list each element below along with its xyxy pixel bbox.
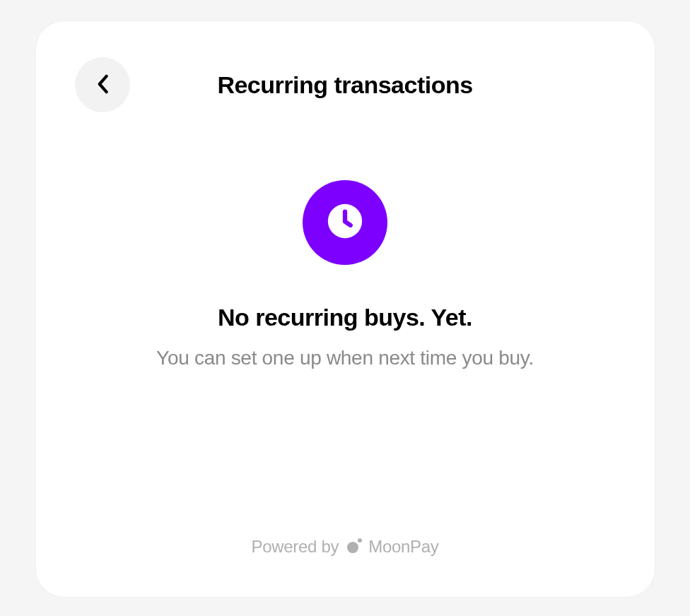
- recurring-transactions-card: Recurring transactions No recurring buys…: [36, 21, 655, 597]
- empty-state: No recurring buys. Yet. You can set one …: [75, 113, 616, 536]
- clock-icon: [324, 201, 366, 244]
- page-title: Recurring transactions: [217, 71, 472, 99]
- svg-point-2: [347, 542, 358, 553]
- header: Recurring transactions: [75, 57, 616, 113]
- powered-by-label: Powered by: [251, 537, 339, 557]
- clock-icon-badge: [303, 180, 387, 265]
- empty-state-title: No recurring buys. Yet.: [218, 304, 472, 331]
- back-button[interactable]: [75, 57, 130, 112]
- empty-state-subtitle: You can set one up when next time you bu…: [156, 347, 534, 369]
- footer: Powered by MoonPay: [75, 536, 616, 562]
- moonpay-logo-icon: [346, 536, 364, 557]
- svg-point-1: [358, 538, 362, 543]
- moonpay-logo: MoonPay: [346, 536, 438, 557]
- moonpay-logo-text: MoonPay: [368, 537, 438, 557]
- chevron-left-icon: [95, 74, 110, 96]
